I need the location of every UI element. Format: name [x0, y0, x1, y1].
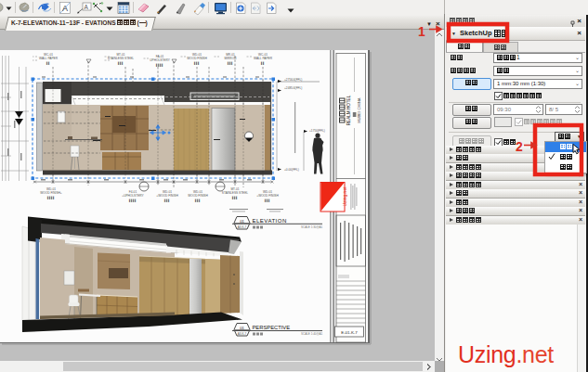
svg-text:2: 2	[516, 139, 523, 154]
svg-text:1: 1	[418, 24, 425, 39]
